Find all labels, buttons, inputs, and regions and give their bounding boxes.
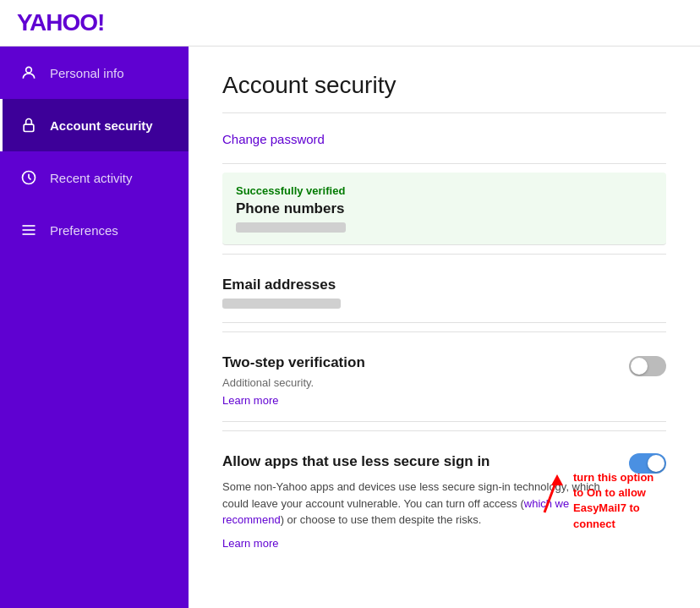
list-icon (19, 221, 38, 239)
two-step-row: Two-step verification Additional securit… (222, 354, 666, 408)
allow-apps-toggle-knob (648, 455, 664, 472)
sidebar-label-personal-info: Personal info (50, 66, 124, 80)
sidebar-item-account-security[interactable]: Account security (0, 99, 189, 151)
clock-icon (19, 168, 38, 187)
allow-apps-section: Allow apps that use less secure sign in … (222, 440, 666, 564)
yahoo-logo: YAHOO! (17, 9, 104, 36)
sidebar-label-account-security: Account security (50, 118, 153, 133)
allow-apps-row: Allow apps that use less secure sign in … (222, 453, 666, 550)
red-arrow-icon (519, 470, 570, 521)
two-step-toggle[interactable] (629, 356, 666, 376)
svg-point-0 (26, 67, 32, 73)
divider-2 (222, 163, 666, 164)
person-icon (19, 63, 38, 82)
two-step-toggle-knob (631, 358, 648, 375)
allow-apps-toggle-area: turn this option to On to allow EasyMail… (629, 453, 666, 474)
page-title: Account security (222, 72, 666, 99)
two-step-subtitle: Additional security. (222, 376, 365, 389)
divider-1 (222, 112, 666, 113)
sidebar: Personal info Account security Recent ac… (0, 47, 189, 608)
allow-apps-learn-more[interactable]: Learn more (222, 537, 278, 550)
content-area: Account security Change password Success… (189, 47, 700, 608)
main-layout: Personal info Account security Recent ac… (0, 47, 700, 608)
recommend-link[interactable]: which we recommend (222, 497, 569, 527)
sidebar-label-recent-activity: Recent activity (50, 171, 133, 185)
two-step-section: Two-step verification Additional securit… (222, 341, 666, 422)
email-blurred (222, 299, 341, 309)
two-step-left: Two-step verification Additional securit… (222, 354, 365, 408)
email-addresses-section: Email addresses (222, 263, 666, 323)
sidebar-label-preferences: Preferences (50, 223, 118, 238)
two-step-learn-more[interactable]: Learn more (222, 394, 278, 407)
svg-marker-7 (551, 474, 563, 485)
arrow-container (519, 470, 570, 521)
sidebar-item-personal-info[interactable]: Personal info (0, 47, 189, 99)
allow-apps-title: Allow apps that use less secure sign in (222, 453, 615, 470)
annotation-text: turn this option to On to allow EasyMail… (573, 470, 666, 532)
annotation-area: turn this option to On to allow EasyMail… (519, 470, 666, 532)
top-bar: YAHOO! (0, 0, 700, 47)
two-step-toggle-container (629, 356, 666, 376)
change-password-link[interactable]: Change password (222, 132, 325, 146)
verified-label: Successfully verified (236, 184, 653, 197)
divider-3 (222, 254, 666, 255)
email-addresses-title: Email addresses (222, 277, 666, 293)
svg-rect-1 (24, 124, 34, 131)
sidebar-item-preferences[interactable]: Preferences (0, 204, 189, 256)
two-step-title: Two-step verification (222, 354, 365, 371)
divider-5 (222, 430, 666, 431)
lock-icon (19, 116, 38, 134)
phone-numbers-title: Phone numbers (236, 200, 653, 217)
phone-numbers-section: Successfully verified Phone numbers (222, 173, 666, 245)
divider-4 (222, 331, 666, 332)
sidebar-item-recent-activity[interactable]: Recent activity (0, 151, 189, 204)
phone-number-blurred (236, 222, 346, 233)
